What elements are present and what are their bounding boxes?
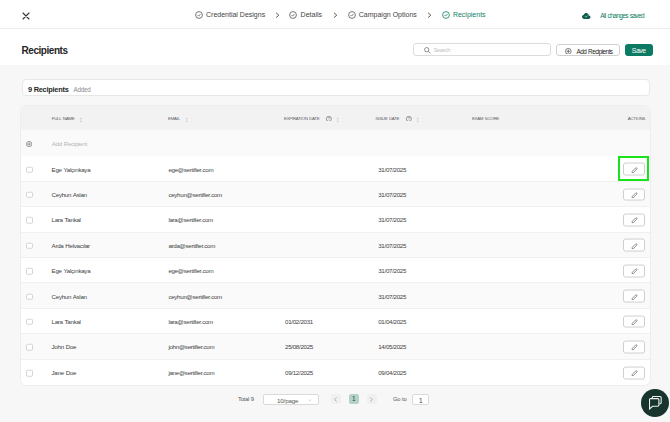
svg-text:?: ? (328, 117, 330, 121)
svg-text:?: ? (408, 117, 410, 121)
